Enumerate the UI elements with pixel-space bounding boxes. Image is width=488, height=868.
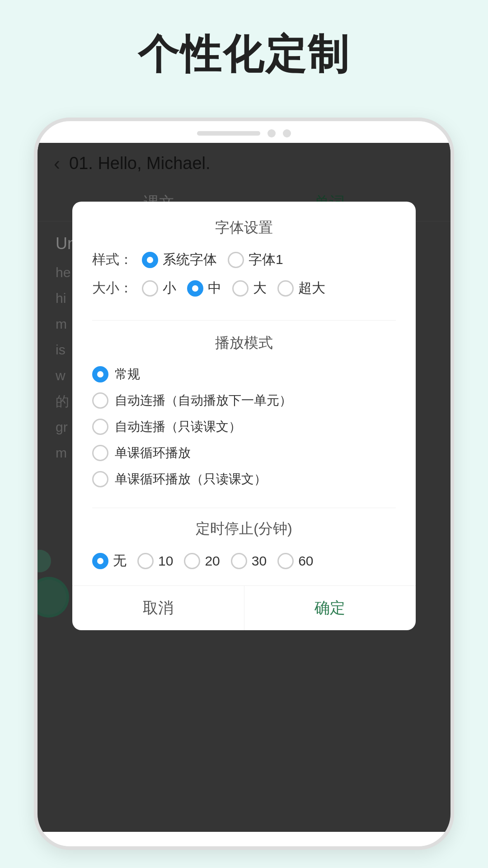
- timer-10-label: 10: [158, 553, 173, 569]
- timer-20-option[interactable]: 20: [184, 553, 220, 569]
- size-small-label: 小: [163, 279, 176, 297]
- timer-30-option[interactable]: 30: [231, 553, 267, 569]
- font-style-group: 系统字体 字体1: [142, 250, 283, 269]
- timer-30-radio[interactable]: [231, 553, 247, 569]
- notch-dot-2: [283, 129, 291, 137]
- phone-frame: ‹ 01. Hello, Michael. 课文 单词 Unit 1 he hi…: [34, 118, 454, 850]
- notch-dot: [267, 129, 276, 137]
- size-medium-option[interactable]: 中: [187, 279, 221, 297]
- playback-loop-single-label: 单课循环播放: [115, 444, 191, 462]
- playback-auto-next-label: 自动连播（自动播放下一单元）: [115, 392, 292, 409]
- timer-60-radio[interactable]: [277, 553, 294, 569]
- size-large-label: 大: [253, 279, 267, 297]
- font-section: 字体设置 样式： 系统字体 字体1: [92, 218, 396, 321]
- font-section-title: 字体设置: [92, 218, 396, 238]
- notch-bar: [197, 131, 260, 136]
- style-row: 样式： 系统字体 字体1: [92, 250, 396, 269]
- font-system-label: 系统字体: [163, 250, 217, 269]
- playback-loop-text-option[interactable]: 单课循环播放（只读课文）: [92, 471, 396, 488]
- size-small-radio[interactable]: [142, 280, 158, 297]
- settings-modal: 字体设置 样式： 系统字体 字体1: [72, 202, 416, 630]
- timer-group: 无 10 20 30: [92, 552, 396, 570]
- playback-auto-text-option[interactable]: 自动连播（只读课文）: [92, 418, 396, 435]
- size-row: 大小： 小 中 大: [92, 279, 396, 297]
- playback-normal-option[interactable]: 常规: [92, 366, 396, 383]
- size-large-radio[interactable]: [232, 280, 249, 297]
- playback-auto-next-option[interactable]: 自动连播（自动播放下一单元）: [92, 392, 396, 409]
- playback-normal-radio[interactable]: [92, 366, 108, 382]
- playback-loop-single-option[interactable]: 单课循环播放: [92, 444, 396, 462]
- font-system-radio[interactable]: [142, 252, 158, 268]
- timer-20-radio[interactable]: [184, 553, 200, 569]
- playback-loop-text-radio[interactable]: [92, 471, 108, 487]
- font-system-option[interactable]: 系统字体: [142, 250, 217, 269]
- playback-auto-text-label: 自动连播（只读课文）: [115, 418, 241, 435]
- size-label: 大小：: [92, 279, 133, 297]
- playback-auto-text-radio[interactable]: [92, 419, 108, 435]
- font1-radio[interactable]: [228, 252, 244, 268]
- timer-10-radio[interactable]: [137, 553, 154, 569]
- playback-section: 播放模式 常规 自动连播（自动播放下一单元） 自动连播（只读课文）: [92, 333, 396, 508]
- playback-section-title: 播放模式: [92, 333, 396, 353]
- size-small-option[interactable]: 小: [142, 279, 176, 297]
- timer-none-label: 无: [113, 552, 127, 570]
- timer-60-label: 60: [298, 553, 313, 569]
- cancel-button[interactable]: 取消: [72, 586, 244, 630]
- modal-overlay: 字体设置 样式： 系统字体 字体1: [38, 143, 450, 832]
- size-medium-radio[interactable]: [187, 280, 203, 297]
- timer-section: 定时停止(分钟) 无 10 20: [92, 519, 396, 581]
- size-xlarge-option[interactable]: 超大: [277, 279, 325, 297]
- font1-option[interactable]: 字体1: [228, 250, 283, 269]
- timer-60-option[interactable]: 60: [277, 553, 313, 569]
- timer-section-title: 定时停止(分钟): [92, 519, 396, 539]
- page-title: 个性化定制: [0, 0, 488, 82]
- size-xlarge-radio[interactable]: [277, 280, 294, 297]
- timer-30-label: 30: [252, 553, 267, 569]
- font-size-group: 小 中 大 超大: [142, 279, 325, 297]
- playback-loop-single-radio[interactable]: [92, 445, 108, 461]
- app-screen: ‹ 01. Hello, Michael. 课文 单词 Unit 1 he hi…: [38, 143, 450, 832]
- modal-buttons: 取消 确定: [72, 585, 416, 630]
- style-label: 样式：: [92, 250, 133, 269]
- timer-none-radio[interactable]: [92, 553, 108, 569]
- size-large-option[interactable]: 大: [232, 279, 267, 297]
- phone-notch: [38, 121, 450, 143]
- size-medium-label: 中: [208, 279, 221, 297]
- timer-10-option[interactable]: 10: [137, 553, 173, 569]
- timer-20-label: 20: [205, 553, 220, 569]
- size-xlarge-label: 超大: [298, 279, 325, 297]
- playback-auto-next-radio[interactable]: [92, 392, 108, 409]
- timer-none-option[interactable]: 无: [92, 552, 127, 570]
- playback-loop-text-label: 单课循环播放（只读课文）: [115, 471, 267, 488]
- playback-normal-label: 常规: [115, 366, 140, 383]
- confirm-button[interactable]: 确定: [244, 586, 416, 630]
- font1-label: 字体1: [249, 250, 283, 269]
